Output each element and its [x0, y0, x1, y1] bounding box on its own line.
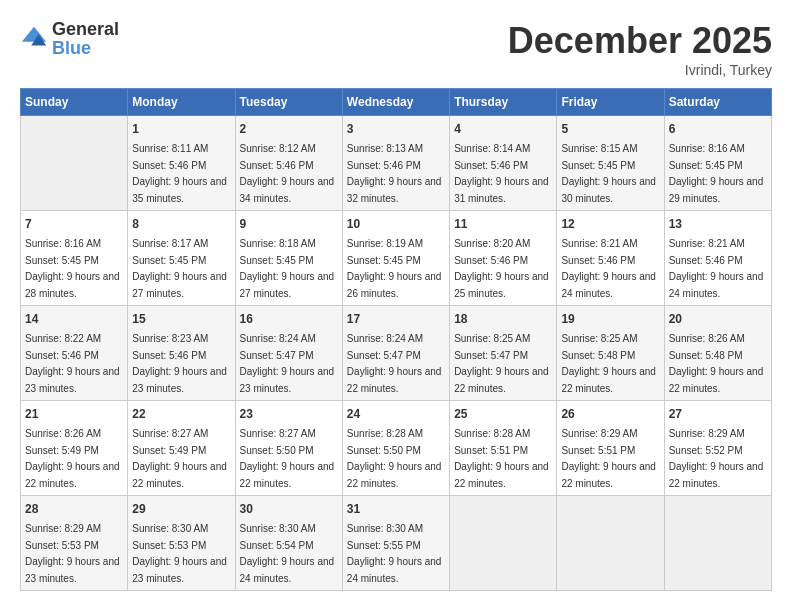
logo-icon: [20, 25, 48, 53]
calendar-cell: 25 Sunrise: 8:28 AMSunset: 5:51 PMDaylig…: [450, 401, 557, 496]
day-info: Sunrise: 8:24 AMSunset: 5:47 PMDaylight:…: [347, 333, 442, 394]
day-number: 6: [669, 120, 767, 138]
day-info: Sunrise: 8:25 AMSunset: 5:48 PMDaylight:…: [561, 333, 656, 394]
calendar-cell: 22 Sunrise: 8:27 AMSunset: 5:49 PMDaylig…: [128, 401, 235, 496]
day-info: Sunrise: 8:22 AMSunset: 5:46 PMDaylight:…: [25, 333, 120, 394]
day-info: Sunrise: 8:16 AMSunset: 5:45 PMDaylight:…: [25, 238, 120, 299]
day-number: 10: [347, 215, 445, 233]
calendar-cell: 24 Sunrise: 8:28 AMSunset: 5:50 PMDaylig…: [342, 401, 449, 496]
day-number: 31: [347, 500, 445, 518]
day-number: 12: [561, 215, 659, 233]
day-info: Sunrise: 8:26 AMSunset: 5:48 PMDaylight:…: [669, 333, 764, 394]
calendar-cell: 31 Sunrise: 8:30 AMSunset: 5:55 PMDaylig…: [342, 496, 449, 591]
calendar-cell: 5 Sunrise: 8:15 AMSunset: 5:45 PMDayligh…: [557, 116, 664, 211]
day-header-wednesday: Wednesday: [342, 89, 449, 116]
month-title: December 2025: [508, 20, 772, 62]
day-info: Sunrise: 8:11 AMSunset: 5:46 PMDaylight:…: [132, 143, 227, 204]
day-number: 18: [454, 310, 552, 328]
calendar-week-row: 14 Sunrise: 8:22 AMSunset: 5:46 PMDaylig…: [21, 306, 772, 401]
day-info: Sunrise: 8:26 AMSunset: 5:49 PMDaylight:…: [25, 428, 120, 489]
calendar-week-row: 28 Sunrise: 8:29 AMSunset: 5:53 PMDaylig…: [21, 496, 772, 591]
calendar-week-row: 21 Sunrise: 8:26 AMSunset: 5:49 PMDaylig…: [21, 401, 772, 496]
day-info: Sunrise: 8:20 AMSunset: 5:46 PMDaylight:…: [454, 238, 549, 299]
calendar-week-row: 7 Sunrise: 8:16 AMSunset: 5:45 PMDayligh…: [21, 211, 772, 306]
calendar-cell: 28 Sunrise: 8:29 AMSunset: 5:53 PMDaylig…: [21, 496, 128, 591]
calendar-cell: 20 Sunrise: 8:26 AMSunset: 5:48 PMDaylig…: [664, 306, 771, 401]
day-info: Sunrise: 8:29 AMSunset: 5:51 PMDaylight:…: [561, 428, 656, 489]
day-number: 26: [561, 405, 659, 423]
day-number: 16: [240, 310, 338, 328]
day-info: Sunrise: 8:28 AMSunset: 5:51 PMDaylight:…: [454, 428, 549, 489]
logo-blue-text: Blue: [52, 38, 91, 58]
calendar-cell: 4 Sunrise: 8:14 AMSunset: 5:46 PMDayligh…: [450, 116, 557, 211]
day-header-tuesday: Tuesday: [235, 89, 342, 116]
calendar-cell: 14 Sunrise: 8:22 AMSunset: 5:46 PMDaylig…: [21, 306, 128, 401]
day-info: Sunrise: 8:18 AMSunset: 5:45 PMDaylight:…: [240, 238, 335, 299]
day-number: 27: [669, 405, 767, 423]
day-info: Sunrise: 8:29 AMSunset: 5:53 PMDaylight:…: [25, 523, 120, 584]
calendar-table: SundayMondayTuesdayWednesdayThursdayFrid…: [20, 88, 772, 591]
calendar-cell: 1 Sunrise: 8:11 AMSunset: 5:46 PMDayligh…: [128, 116, 235, 211]
day-number: 28: [25, 500, 123, 518]
calendar-cell: 19 Sunrise: 8:25 AMSunset: 5:48 PMDaylig…: [557, 306, 664, 401]
calendar-cell: 17 Sunrise: 8:24 AMSunset: 5:47 PMDaylig…: [342, 306, 449, 401]
day-number: 24: [347, 405, 445, 423]
day-info: Sunrise: 8:16 AMSunset: 5:45 PMDaylight:…: [669, 143, 764, 204]
calendar-header-row: SundayMondayTuesdayWednesdayThursdayFrid…: [21, 89, 772, 116]
day-number: 22: [132, 405, 230, 423]
day-header-saturday: Saturday: [664, 89, 771, 116]
day-info: Sunrise: 8:27 AMSunset: 5:49 PMDaylight:…: [132, 428, 227, 489]
day-info: Sunrise: 8:21 AMSunset: 5:46 PMDaylight:…: [669, 238, 764, 299]
day-header-monday: Monday: [128, 89, 235, 116]
calendar-cell: 23 Sunrise: 8:27 AMSunset: 5:50 PMDaylig…: [235, 401, 342, 496]
calendar-cell: 3 Sunrise: 8:13 AMSunset: 5:46 PMDayligh…: [342, 116, 449, 211]
day-number: 3: [347, 120, 445, 138]
day-info: Sunrise: 8:17 AMSunset: 5:45 PMDaylight:…: [132, 238, 227, 299]
day-info: Sunrise: 8:30 AMSunset: 5:53 PMDaylight:…: [132, 523, 227, 584]
calendar-cell: [557, 496, 664, 591]
day-number: 9: [240, 215, 338, 233]
day-info: Sunrise: 8:12 AMSunset: 5:46 PMDaylight:…: [240, 143, 335, 204]
day-number: 13: [669, 215, 767, 233]
calendar-cell: 26 Sunrise: 8:29 AMSunset: 5:51 PMDaylig…: [557, 401, 664, 496]
calendar-cell: [450, 496, 557, 591]
day-info: Sunrise: 8:19 AMSunset: 5:45 PMDaylight:…: [347, 238, 442, 299]
logo: General Blue: [20, 20, 119, 58]
calendar-body: 1 Sunrise: 8:11 AMSunset: 5:46 PMDayligh…: [21, 116, 772, 591]
day-number: 8: [132, 215, 230, 233]
calendar-cell: 15 Sunrise: 8:23 AMSunset: 5:46 PMDaylig…: [128, 306, 235, 401]
day-header-friday: Friday: [557, 89, 664, 116]
calendar-week-row: 1 Sunrise: 8:11 AMSunset: 5:46 PMDayligh…: [21, 116, 772, 211]
day-info: Sunrise: 8:27 AMSunset: 5:50 PMDaylight:…: [240, 428, 335, 489]
day-info: Sunrise: 8:23 AMSunset: 5:46 PMDaylight:…: [132, 333, 227, 394]
day-info: Sunrise: 8:25 AMSunset: 5:47 PMDaylight:…: [454, 333, 549, 394]
day-header-thursday: Thursday: [450, 89, 557, 116]
day-info: Sunrise: 8:21 AMSunset: 5:46 PMDaylight:…: [561, 238, 656, 299]
day-number: 1: [132, 120, 230, 138]
page-header: General Blue December 2025 Ivrindi, Turk…: [20, 20, 772, 78]
day-number: 25: [454, 405, 552, 423]
calendar-cell: 11 Sunrise: 8:20 AMSunset: 5:46 PMDaylig…: [450, 211, 557, 306]
calendar-cell: 10 Sunrise: 8:19 AMSunset: 5:45 PMDaylig…: [342, 211, 449, 306]
calendar-cell: 30 Sunrise: 8:30 AMSunset: 5:54 PMDaylig…: [235, 496, 342, 591]
day-number: 4: [454, 120, 552, 138]
day-info: Sunrise: 8:15 AMSunset: 5:45 PMDaylight:…: [561, 143, 656, 204]
calendar-cell: 13 Sunrise: 8:21 AMSunset: 5:46 PMDaylig…: [664, 211, 771, 306]
calendar-cell: 8 Sunrise: 8:17 AMSunset: 5:45 PMDayligh…: [128, 211, 235, 306]
day-info: Sunrise: 8:30 AMSunset: 5:55 PMDaylight:…: [347, 523, 442, 584]
day-info: Sunrise: 8:30 AMSunset: 5:54 PMDaylight:…: [240, 523, 335, 584]
day-header-sunday: Sunday: [21, 89, 128, 116]
calendar-cell: 7 Sunrise: 8:16 AMSunset: 5:45 PMDayligh…: [21, 211, 128, 306]
day-info: Sunrise: 8:13 AMSunset: 5:46 PMDaylight:…: [347, 143, 442, 204]
calendar-cell: 16 Sunrise: 8:24 AMSunset: 5:47 PMDaylig…: [235, 306, 342, 401]
calendar-cell: 27 Sunrise: 8:29 AMSunset: 5:52 PMDaylig…: [664, 401, 771, 496]
day-number: 29: [132, 500, 230, 518]
day-number: 11: [454, 215, 552, 233]
day-number: 21: [25, 405, 123, 423]
day-info: Sunrise: 8:24 AMSunset: 5:47 PMDaylight:…: [240, 333, 335, 394]
day-number: 20: [669, 310, 767, 328]
location: Ivrindi, Turkey: [508, 62, 772, 78]
day-number: 30: [240, 500, 338, 518]
svg-marker-0: [22, 27, 46, 42]
title-area: December 2025 Ivrindi, Turkey: [508, 20, 772, 78]
